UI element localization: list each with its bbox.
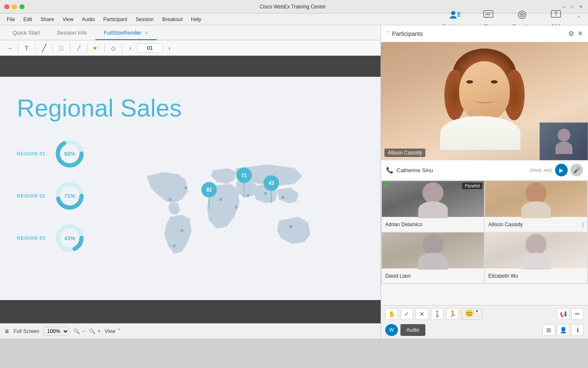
svg-point-32 [264, 192, 267, 195]
zoom-select[interactable]: 100% 75% 50% 125% 150% [44, 327, 69, 336]
gear-icon[interactable]: ⚙ [568, 30, 574, 38]
nav-next[interactable]: › [163, 43, 175, 54]
tab-close-button[interactable]: ✕ [144, 30, 148, 35]
audio-button[interactable]: Audio [400, 324, 425, 336]
present-btn[interactable]: 🏃 [446, 308, 459, 320]
participants-header: ˅ Participants ⚙ ✕ [381, 25, 588, 42]
close-button[interactable] [4, 4, 9, 9]
icon-bar-chevron[interactable]: ˅ [577, 15, 580, 23]
svg-point-34 [289, 225, 292, 228]
menu-edit[interactable]: Edit [20, 15, 35, 24]
zoom-out-btn[interactable]: 🔍− [74, 328, 85, 334]
menu-participant[interactable]: Participant [100, 15, 131, 24]
donut-03: 43% [55, 223, 84, 253]
win-minimize[interactable]: — [561, 4, 567, 10]
tab-fullsize-render[interactable]: FullSizeRender ✕ [95, 26, 157, 40]
host-video-btn[interactable]: ▶ [555, 164, 568, 176]
view-btn[interactable]: View ˅ [105, 328, 120, 334]
participant-name-allison: Allison Cassidy [488, 222, 523, 227]
nav-prev[interactable]: ‹ [125, 43, 136, 54]
host-controls: ▶ 🎤 [555, 164, 583, 176]
participant-name-row-david: David Liam [382, 268, 484, 283]
qa-icon: ? [551, 10, 561, 22]
participants-close-icon[interactable]: ✕ [577, 30, 583, 38]
menu-audio[interactable]: Audio [79, 15, 98, 24]
menu-share[interactable]: Share [37, 15, 57, 24]
maximize-button[interactable] [19, 4, 24, 9]
minimize-button[interactable] [12, 4, 17, 9]
recorder-icon [517, 10, 527, 22]
full-screen-label[interactable]: Full Screen [14, 328, 39, 334]
menu-help[interactable]: Help [188, 15, 205, 24]
participants-icon [449, 10, 460, 22]
zoom-out-icon: 🔍 [74, 328, 80, 334]
raise-hand-btn[interactable]: ✋ [385, 308, 398, 320]
tool-rect[interactable]: □ [55, 43, 67, 54]
webex-btn[interactable]: W [385, 324, 398, 336]
svg-text:43: 43 [268, 180, 274, 186]
svg-point-31 [246, 194, 249, 197]
phone-icon: 📞 [386, 167, 393, 173]
cross-btn[interactable]: ✕ [416, 308, 428, 320]
bottom-bar: 🖥 Full Screen 100% 75% 50% 125% 150% 🔍− … [0, 323, 381, 338]
participant-card-adrian[interactable]: Panelist Adrian Delamico [382, 181, 484, 232]
right-controls: ⊞ 👤 ℹ [542, 324, 584, 336]
online-dot-adrian [384, 183, 388, 187]
slide-content: REGION 01 92% REGION 02 [17, 135, 364, 287]
participant-card-elizabeth[interactable]: Elizabeth Wu [485, 233, 587, 283]
participant-card-allison[interactable]: Allison Cassidy ) [485, 181, 587, 232]
participants-collapse-chevron[interactable]: ˅ [386, 31, 389, 37]
mic-icon: 🎤 [573, 167, 580, 173]
toolbar-sep-2 [35, 44, 35, 52]
tool-text[interactable]: T [21, 43, 33, 54]
menu-file[interactable]: File [3, 15, 18, 24]
win-close[interactable]: ✕ [578, 4, 584, 10]
participant-card-david[interactable]: David Liam [382, 233, 484, 283]
info-btn[interactable]: ℹ [571, 324, 584, 336]
participant-name-david: David Liam [385, 273, 411, 279]
slide-header [0, 56, 381, 77]
person-btn[interactable]: 👤 [557, 324, 569, 336]
zoom-in-btn[interactable]: 🔍+ [89, 328, 101, 334]
svg-point-29 [219, 198, 222, 201]
win-maximize[interactable]: □ [569, 4, 575, 10]
broadcast-icon[interactable]: 📢 [557, 308, 569, 320]
grid-btn[interactable]: ⊞ [542, 324, 555, 336]
tool-eraser[interactable]: ◇ [107, 43, 119, 54]
toolbar-sep-6 [104, 44, 105, 52]
svg-point-36 [172, 244, 175, 247]
tool-pen[interactable]: ╱ [73, 43, 84, 54]
toolbar-sep-7 [122, 44, 122, 52]
map-area: 92 71 43 [93, 135, 364, 287]
emoji-btn[interactable]: 😊 ˅ [461, 308, 482, 320]
checkmark-btn[interactable]: ✓ [400, 308, 413, 320]
svg-text:71: 71 [241, 173, 247, 179]
right-panel: ˅ Participants ⚙ ✕ [381, 25, 588, 338]
svg-point-28 [184, 186, 187, 189]
tab-quick-start[interactable]: Quick Start [4, 26, 48, 40]
view-chevron: ˅ [118, 328, 120, 334]
menu-view[interactable]: View [59, 15, 77, 24]
host-mic-btn[interactable]: 🎤 [570, 164, 583, 176]
svg-text:?: ? [554, 11, 557, 17]
tool-arrow[interactable]: → [3, 43, 15, 54]
main-video: Allison Cassidy [381, 42, 588, 160]
regions-list: REGION 01 92% REGION 02 [17, 135, 84, 287]
page-input[interactable] [137, 43, 163, 53]
tool-line[interactable]: ╱ [38, 43, 50, 54]
video-name-tag: Allison Cassidy [384, 149, 425, 157]
region-label-02: REGION 02 [17, 193, 49, 198]
video-area: Allison Cassidy [381, 42, 588, 160]
region-row-01: REGION 01 92% [17, 139, 84, 168]
draw-icon[interactable]: ✏ [571, 308, 584, 320]
walk-btn[interactable]: 🚶 [431, 308, 444, 320]
tool-fill[interactable]: ■ ˅ [90, 43, 102, 54]
menu-breakout[interactable]: Breakout [159, 15, 186, 24]
tab-session-info[interactable]: Session Info [48, 26, 95, 40]
slide-main: Regional Sales REGION 01 [0, 77, 381, 300]
donut-text-02: 71% [64, 193, 75, 199]
participant-name-row-elizabeth: Elizabeth Wu [485, 268, 587, 283]
toolbar-sep-5 [87, 44, 87, 52]
pip-video [539, 122, 588, 160]
menu-session[interactable]: Session [132, 15, 157, 24]
